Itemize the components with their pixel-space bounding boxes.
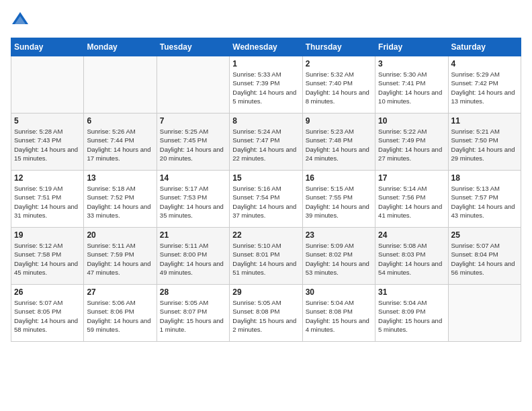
day-number: 15 [232, 173, 299, 183]
calendar-cell: 16Sunrise: 5:15 AM Sunset: 7:55 PM Dayli… [302, 171, 375, 228]
calendar-cell: 27Sunrise: 5:06 AM Sunset: 8:06 PM Dayli… [84, 285, 157, 342]
weekday-header-tuesday: Tuesday [157, 38, 229, 56]
day-number: 9 [306, 116, 372, 126]
calendar-cell: 26Sunrise: 5:07 AM Sunset: 8:05 PM Dayli… [11, 285, 84, 342]
day-info: Sunrise: 5:05 AM Sunset: 8:08 PM Dayligh… [232, 298, 299, 334]
calendar-cell: 12Sunrise: 5:19 AM Sunset: 7:51 PM Dayli… [11, 171, 84, 228]
calendar-cell: 10Sunrise: 5:22 AM Sunset: 7:49 PM Dayli… [375, 113, 448, 171]
day-number: 4 [451, 59, 518, 68]
calendar-cell: 20Sunrise: 5:11 AM Sunset: 7:59 PM Dayli… [84, 228, 157, 285]
calendar-cell: 7Sunrise: 5:25 AM Sunset: 7:45 PM Daylig… [157, 113, 229, 171]
day-info: Sunrise: 5:08 AM Sunset: 8:03 PM Dayligh… [378, 241, 445, 277]
day-info: Sunrise: 5:30 AM Sunset: 7:41 PM Dayligh… [378, 70, 445, 105]
day-info: Sunrise: 5:10 AM Sunset: 8:01 PM Dayligh… [232, 241, 299, 277]
day-info: Sunrise: 5:32 AM Sunset: 7:40 PM Dayligh… [306, 70, 372, 105]
weekday-header-friday: Friday [375, 38, 448, 56]
day-info: Sunrise: 5:07 AM Sunset: 8:04 PM Dayligh… [451, 241, 518, 277]
day-info: Sunrise: 5:23 AM Sunset: 7:48 PM Dayligh… [306, 127, 372, 163]
calendar-cell [84, 56, 157, 113]
day-number: 3 [378, 59, 445, 68]
day-info: Sunrise: 5:05 AM Sunset: 8:07 PM Dayligh… [160, 298, 226, 334]
day-info: Sunrise: 5:17 AM Sunset: 7:53 PM Dayligh… [160, 184, 226, 220]
day-number: 31 [378, 287, 445, 297]
calendar-cell [157, 56, 229, 113]
calendar-cell: 9Sunrise: 5:23 AM Sunset: 7:48 PM Daylig… [302, 113, 375, 171]
calendar-cell: 22Sunrise: 5:10 AM Sunset: 8:01 PM Dayli… [230, 228, 302, 285]
calendar-cell: 1Sunrise: 5:33 AM Sunset: 7:39 PM Daylig… [230, 56, 302, 113]
calendar-cell: 25Sunrise: 5:07 AM Sunset: 8:04 PM Dayli… [448, 228, 521, 285]
day-info: Sunrise: 5:25 AM Sunset: 7:45 PM Dayligh… [160, 127, 226, 163]
day-number: 17 [378, 173, 445, 183]
calendar-cell: 11Sunrise: 5:21 AM Sunset: 7:50 PM Dayli… [448, 113, 521, 171]
day-info: Sunrise: 5:15 AM Sunset: 7:55 PM Dayligh… [306, 184, 372, 220]
day-number: 23 [306, 230, 372, 240]
calendar-week-row: 19Sunrise: 5:12 AM Sunset: 7:58 PM Dayli… [11, 228, 521, 285]
calendar-table: SundayMondayTuesdayWednesdayThursdayFrid… [11, 38, 521, 342]
weekday-header-sunday: Sunday [11, 38, 84, 56]
day-info: Sunrise: 5:09 AM Sunset: 8:02 PM Dayligh… [306, 241, 372, 277]
day-number: 13 [87, 173, 153, 183]
weekday-header-monday: Monday [84, 38, 157, 56]
calendar-cell: 28Sunrise: 5:05 AM Sunset: 8:07 PM Dayli… [157, 285, 229, 342]
day-info: Sunrise: 5:24 AM Sunset: 7:47 PM Dayligh… [232, 127, 299, 163]
calendar-cell: 15Sunrise: 5:16 AM Sunset: 7:54 PM Dayli… [230, 171, 302, 228]
day-number: 19 [14, 230, 81, 240]
day-info: Sunrise: 5:22 AM Sunset: 7:49 PM Dayligh… [378, 127, 445, 163]
calendar-cell: 6Sunrise: 5:26 AM Sunset: 7:44 PM Daylig… [84, 113, 157, 171]
day-info: Sunrise: 5:06 AM Sunset: 8:06 PM Dayligh… [87, 298, 153, 334]
day-number: 16 [306, 173, 372, 183]
calendar-cell: 18Sunrise: 5:13 AM Sunset: 7:57 PM Dayli… [448, 171, 521, 228]
calendar-cell: 30Sunrise: 5:04 AM Sunset: 8:08 PM Dayli… [302, 285, 375, 342]
calendar-week-row: 12Sunrise: 5:19 AM Sunset: 7:51 PM Dayli… [11, 171, 521, 228]
calendar-cell: 14Sunrise: 5:17 AM Sunset: 7:53 PM Dayli… [157, 171, 229, 228]
day-number: 14 [160, 173, 226, 183]
day-number: 5 [14, 116, 81, 126]
day-number: 27 [87, 287, 153, 297]
day-info: Sunrise: 5:13 AM Sunset: 7:57 PM Dayligh… [451, 184, 518, 220]
calendar-cell: 2Sunrise: 5:32 AM Sunset: 7:40 PM Daylig… [302, 56, 375, 113]
calendar-cell: 24Sunrise: 5:08 AM Sunset: 8:03 PM Dayli… [375, 228, 448, 285]
weekday-header-wednesday: Wednesday [230, 38, 302, 56]
day-number: 22 [232, 230, 299, 240]
day-info: Sunrise: 5:18 AM Sunset: 7:52 PM Dayligh… [87, 184, 153, 220]
day-info: Sunrise: 5:11 AM Sunset: 8:00 PM Dayligh… [160, 241, 226, 277]
day-number: 6 [87, 116, 153, 126]
day-info: Sunrise: 5:12 AM Sunset: 7:58 PM Dayligh… [14, 241, 81, 277]
day-number: 29 [232, 287, 299, 297]
day-info: Sunrise: 5:16 AM Sunset: 7:54 PM Dayligh… [232, 184, 299, 220]
day-info: Sunrise: 5:21 AM Sunset: 7:50 PM Dayligh… [451, 127, 518, 163]
day-number: 24 [378, 230, 445, 240]
day-info: Sunrise: 5:19 AM Sunset: 7:51 PM Dayligh… [14, 184, 81, 220]
calendar-cell: 29Sunrise: 5:05 AM Sunset: 8:08 PM Dayli… [230, 285, 302, 342]
weekday-header-saturday: Saturday [448, 38, 521, 56]
day-info: Sunrise: 5:33 AM Sunset: 7:39 PM Dayligh… [232, 70, 299, 105]
calendar-cell [448, 285, 521, 342]
calendar-cell: 21Sunrise: 5:11 AM Sunset: 8:00 PM Dayli… [157, 228, 229, 285]
day-info: Sunrise: 5:11 AM Sunset: 7:59 PM Dayligh… [87, 241, 153, 277]
calendar-cell: 3Sunrise: 5:30 AM Sunset: 7:41 PM Daylig… [375, 56, 448, 113]
day-info: Sunrise: 5:26 AM Sunset: 7:44 PM Dayligh… [87, 127, 153, 163]
calendar-cell: 31Sunrise: 5:04 AM Sunset: 8:09 PM Dayli… [375, 285, 448, 342]
calendar-week-row: 1Sunrise: 5:33 AM Sunset: 7:39 PM Daylig… [11, 56, 521, 113]
calendar-cell: 17Sunrise: 5:14 AM Sunset: 7:56 PM Dayli… [375, 171, 448, 228]
calendar-week-row: 5Sunrise: 5:28 AM Sunset: 7:43 PM Daylig… [11, 113, 521, 171]
day-number: 25 [451, 230, 518, 240]
day-number: 26 [14, 287, 81, 297]
day-info: Sunrise: 5:29 AM Sunset: 7:42 PM Dayligh… [451, 70, 518, 105]
calendar-cell: 5Sunrise: 5:28 AM Sunset: 7:43 PM Daylig… [11, 113, 84, 171]
day-info: Sunrise: 5:28 AM Sunset: 7:43 PM Dayligh… [14, 127, 81, 163]
logo [11, 11, 32, 30]
day-number: 12 [14, 173, 81, 183]
day-number: 28 [160, 287, 226, 297]
day-info: Sunrise: 5:07 AM Sunset: 8:05 PM Dayligh… [14, 298, 81, 334]
calendar-cell: 13Sunrise: 5:18 AM Sunset: 7:52 PM Dayli… [84, 171, 157, 228]
calendar-cell: 8Sunrise: 5:24 AM Sunset: 7:47 PM Daylig… [230, 113, 302, 171]
day-number: 30 [306, 287, 372, 297]
day-number: 1 [232, 59, 299, 68]
day-number: 10 [378, 116, 445, 126]
day-number: 8 [232, 116, 299, 126]
calendar-cell: 23Sunrise: 5:09 AM Sunset: 8:02 PM Dayli… [302, 228, 375, 285]
day-number: 2 [306, 59, 372, 68]
weekday-header-thursday: Thursday [302, 38, 375, 56]
day-info: Sunrise: 5:04 AM Sunset: 8:09 PM Dayligh… [378, 298, 445, 334]
